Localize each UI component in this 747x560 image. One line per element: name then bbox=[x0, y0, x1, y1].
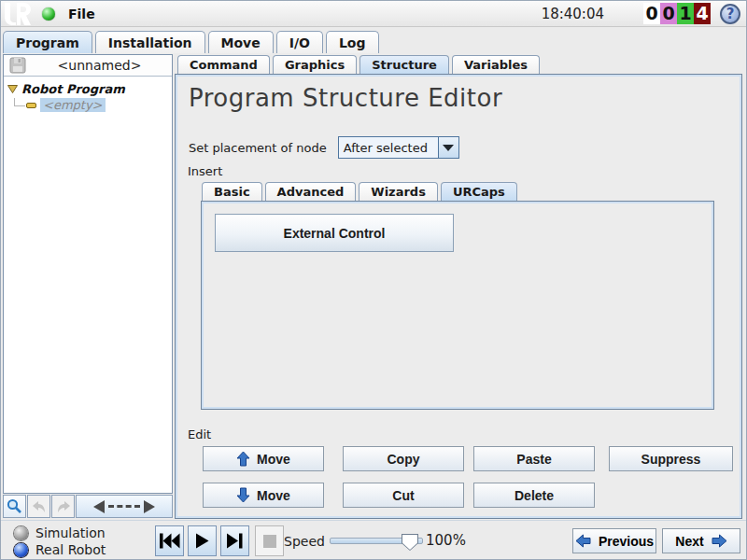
skip-to-start-button[interactable] bbox=[155, 525, 184, 556]
tab-program[interactable]: Program bbox=[3, 31, 92, 53]
ur-logo-icon bbox=[3, 2, 35, 26]
counter-digit: 0 bbox=[660, 3, 677, 24]
redo-button[interactable] bbox=[51, 495, 75, 518]
program-header: <unnamed> bbox=[4, 55, 172, 77]
status-orb-icon bbox=[42, 7, 55, 21]
insert-label: Insert bbox=[188, 164, 222, 178]
program-name: <unnamed> bbox=[27, 58, 172, 73]
real-robot-radio[interactable]: Real Robot bbox=[14, 542, 106, 557]
tab-log[interactable]: Log bbox=[326, 31, 379, 53]
arrow-left-icon bbox=[575, 533, 591, 549]
zoom-button[interactable] bbox=[3, 495, 26, 518]
tab-move[interactable]: Move bbox=[208, 31, 274, 53]
real-robot-radio-icon[interactable] bbox=[14, 543, 28, 557]
main-tab-bar: Program Installation Move I/O Log bbox=[3, 30, 382, 53]
placement-row: Set placement of node After selected bbox=[189, 136, 459, 159]
step-navigation-button[interactable] bbox=[76, 495, 173, 518]
previous-button[interactable]: Previous bbox=[572, 528, 656, 553]
speed-label: Speed bbox=[284, 534, 325, 549]
counter-digit: 0 bbox=[643, 3, 660, 24]
step-forward-button[interactable] bbox=[220, 525, 249, 556]
step-forward-icon bbox=[226, 533, 244, 549]
tab-basic[interactable]: Basic bbox=[202, 182, 262, 201]
tab-graphics[interactable]: Graphics bbox=[273, 55, 357, 74]
paste-button[interactable]: Paste bbox=[473, 446, 595, 471]
stop-icon bbox=[262, 534, 277, 549]
help-icon[interactable]: ? bbox=[720, 4, 740, 24]
tab-variables[interactable]: Variables bbox=[452, 55, 540, 74]
simulation-radio[interactable]: Simulation bbox=[14, 525, 106, 540]
move-up-button[interactable]: Move bbox=[203, 446, 324, 471]
insert-tab-bar: Basic Advanced Wizards URCaps bbox=[202, 181, 520, 201]
file-menu[interactable]: File bbox=[68, 7, 95, 21]
simulation-label: Simulation bbox=[35, 525, 106, 540]
arrow-right-icon bbox=[712, 533, 727, 549]
tree-connector bbox=[14, 98, 25, 106]
nav-dashed-line bbox=[108, 505, 140, 508]
external-control-button[interactable]: External Control bbox=[215, 214, 454, 252]
previous-label: Previous bbox=[599, 534, 654, 549]
nav-left-arrow-icon bbox=[93, 500, 105, 513]
skip-to-start-icon bbox=[159, 533, 180, 549]
speed-slider[interactable] bbox=[330, 538, 423, 544]
copy-button[interactable]: Copy bbox=[343, 446, 464, 471]
clock: 18:40:04 bbox=[542, 6, 604, 22]
cut-button[interactable]: Cut bbox=[343, 483, 464, 508]
placement-value: After selected bbox=[339, 137, 438, 158]
counter-digit: 1 bbox=[677, 3, 694, 24]
structure-editor-panel: Program Structure Editor Set placement o… bbox=[175, 74, 742, 519]
tree-child-row[interactable]: <empty> bbox=[14, 97, 168, 113]
editor-tab-bar: Command Graphics Structure Variables bbox=[177, 55, 543, 74]
tab-wizards[interactable]: Wizards bbox=[359, 182, 438, 201]
program-tree-panel: <unnamed> Robot Program <empty> bbox=[3, 54, 173, 494]
speed-slider-thumb[interactable] bbox=[402, 534, 418, 551]
arrow-up-icon bbox=[236, 451, 250, 467]
suppress-button[interactable]: Suppress bbox=[609, 446, 733, 471]
arrow-down-icon bbox=[236, 487, 250, 503]
real-robot-label: Real Robot bbox=[35, 542, 106, 557]
polyscope-screen: File 18:40:04 0 0 1 4 ? Program Installa… bbox=[0, 0, 747, 560]
move-up-label: Move bbox=[257, 452, 290, 467]
undo-button[interactable] bbox=[27, 495, 50, 518]
tab-structure[interactable]: Structure bbox=[359, 55, 449, 74]
program-tree: Robot Program <empty> bbox=[4, 77, 172, 118]
move-down-button[interactable]: Move bbox=[203, 483, 324, 508]
tab-io[interactable]: I/O bbox=[276, 31, 323, 53]
play-icon bbox=[194, 533, 210, 549]
tab-urcaps[interactable]: URCaps bbox=[441, 182, 517, 201]
stop-button[interactable] bbox=[255, 525, 284, 556]
speed-value: 100% bbox=[426, 532, 466, 549]
tree-toolbar bbox=[3, 495, 173, 518]
simulation-radio-icon[interactable] bbox=[14, 526, 28, 540]
bottom-bar: Simulation Real Robot bbox=[1, 520, 747, 560]
tab-installation[interactable]: Installation bbox=[95, 31, 205, 53]
tree-empty-node[interactable]: <empty> bbox=[40, 98, 106, 112]
tree-root-row[interactable]: Robot Program bbox=[7, 81, 168, 97]
counter-digit: 4 bbox=[694, 3, 711, 24]
expand-triangle-icon[interactable] bbox=[7, 85, 18, 93]
move-down-label: Move bbox=[257, 488, 290, 503]
top-bar: File 18:40:04 0 0 1 4 ? bbox=[1, 1, 747, 27]
next-button[interactable]: Next bbox=[662, 528, 740, 553]
magnifier-icon bbox=[7, 498, 22, 514]
placement-label: Set placement of node bbox=[189, 141, 327, 155]
edit-label: Edit bbox=[188, 427, 211, 441]
tab-advanced[interactable]: Advanced bbox=[265, 182, 357, 201]
delete-button[interactable]: Delete bbox=[473, 483, 595, 508]
tree-root-label: Robot Program bbox=[21, 82, 125, 96]
tab-command[interactable]: Command bbox=[177, 55, 270, 74]
next-label: Next bbox=[675, 534, 703, 549]
dropdown-button[interactable] bbox=[438, 137, 458, 158]
undo-icon bbox=[32, 500, 47, 513]
program-counter: 0 0 1 4 bbox=[643, 3, 711, 24]
chevron-down-icon bbox=[443, 145, 454, 151]
play-button[interactable] bbox=[188, 525, 217, 556]
redo-icon bbox=[56, 500, 71, 513]
node-icon bbox=[26, 103, 36, 108]
placement-dropdown[interactable]: After selected bbox=[338, 136, 459, 159]
urcaps-panel: External Control bbox=[201, 201, 714, 410]
save-icon bbox=[8, 57, 27, 74]
page-title: Program Structure Editor bbox=[189, 84, 502, 112]
nav-right-arrow-icon bbox=[144, 500, 155, 513]
